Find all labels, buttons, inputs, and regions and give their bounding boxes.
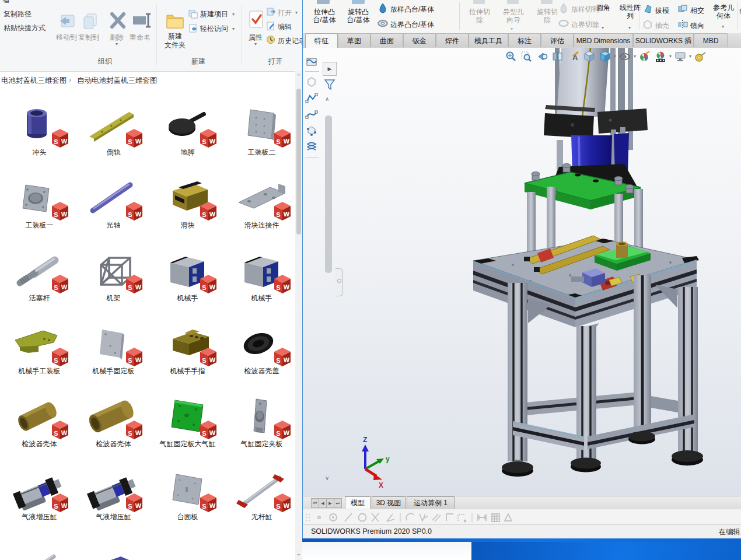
hole-wizard-button[interactable]: 异型孔 向导 bbox=[497, 8, 530, 24]
graphics-viewport[interactable]: Z y X bbox=[303, 48, 741, 496]
new-item-button[interactable]: 新建项目 bbox=[200, 9, 228, 19]
file-item[interactable] bbox=[151, 542, 225, 560]
extrude-cut-button[interactable]: 拉伸切 除 bbox=[464, 8, 495, 24]
move-to-button[interactable]: 移动到 bbox=[56, 33, 77, 43]
file-item[interactable]: 检波器壳盖 bbox=[225, 324, 299, 397]
file-item[interactable]: 气缸固定夹板 bbox=[225, 397, 299, 470]
loft-boss-button[interactable]: 放样凸台/基体 bbox=[390, 5, 434, 15]
file-item[interactable]: 无杆缸 bbox=[225, 470, 299, 542]
panel-splitter-grip[interactable] bbox=[335, 268, 343, 296]
tab-weldments[interactable]: 焊件 bbox=[436, 33, 469, 47]
reference-geometry-caret[interactable]: ▾ bbox=[722, 24, 724, 29]
3d-sketch-icon[interactable] bbox=[304, 123, 319, 138]
next-tab-button[interactable]: ▶ bbox=[326, 498, 334, 508]
file-item[interactable]: 机械手固定板 bbox=[76, 324, 151, 397]
section-view-icon[interactable] bbox=[551, 50, 565, 64]
zoom-to-area-icon[interactable] bbox=[519, 50, 533, 64]
sketch-icon[interactable] bbox=[304, 90, 319, 106]
reference-geometry-button[interactable]: 参考几 何体 bbox=[709, 4, 738, 20]
tab-3d-views[interactable]: 3D 视图 bbox=[372, 496, 406, 509]
edit-appearance-icon[interactable] bbox=[638, 50, 652, 64]
file-item[interactable]: 光轴 bbox=[76, 178, 151, 251]
file-item[interactable]: 气缸固定板大气缸 bbox=[151, 397, 225, 470]
tab-motion-study[interactable]: 运动算例 1 bbox=[407, 496, 455, 509]
scroll-down-arrow[interactable]: ⌄ bbox=[296, 551, 301, 556]
file-item[interactable]: 地脚 bbox=[151, 105, 225, 178]
intersect-button[interactable]: 相交 bbox=[690, 6, 704, 16]
file-item[interactable] bbox=[2, 542, 76, 560]
explorer-scrollbar-thumb[interactable] bbox=[296, 89, 301, 235]
tab-addins[interactable]: SOLIDWORKS 插件 bbox=[633, 33, 694, 47]
hide-annotations-icon[interactable]: A bbox=[567, 50, 581, 64]
new-folder-button-line2[interactable]: 文件夹 bbox=[165, 40, 186, 50]
easy-access-button[interactable]: 轻松访问 bbox=[200, 24, 228, 34]
last-tab-button[interactable]: ⏭ bbox=[334, 498, 342, 508]
new-item-caret[interactable]: ▾ bbox=[232, 12, 235, 17]
first-tab-button[interactable]: ⏮ bbox=[311, 498, 319, 508]
fillet-button[interactable]: 圆角 bbox=[592, 4, 614, 12]
display-style-caret[interactable]: ▾ bbox=[614, 54, 616, 59]
surface-bodies-icon[interactable] bbox=[304, 74, 319, 89]
copy-to-button[interactable]: 复制到 bbox=[78, 33, 99, 43]
rename-button[interactable]: 重命名 bbox=[130, 33, 151, 43]
copy-path-button[interactable]: 复制路径 bbox=[4, 9, 32, 19]
view-settings-caret[interactable]: ▾ bbox=[689, 54, 691, 59]
tree-scroll-down-arrow[interactable]: ∨ bbox=[325, 475, 329, 481]
breadcrumb-current[interactable]: 自动电池封盖机三维套图 bbox=[77, 76, 158, 86]
easy-access-caret[interactable]: ▾ bbox=[232, 27, 235, 32]
previous-view-icon[interactable] bbox=[535, 50, 549, 64]
open-button[interactable]: 打开 bbox=[278, 8, 292, 18]
zoom-to-fit-icon[interactable] bbox=[504, 50, 518, 64]
open-caret[interactable]: ▾ bbox=[295, 10, 298, 15]
view-settings-icon[interactable] bbox=[673, 50, 687, 64]
tab-surfaces[interactable]: 曲面 bbox=[370, 33, 403, 47]
breadcrumb-parent[interactable]: 电池封盖机三维套图 bbox=[1, 76, 67, 86]
file-item[interactable]: 检波器壳体 bbox=[76, 397, 151, 470]
file-item[interactable]: 气液增压缸 bbox=[2, 470, 76, 542]
hide-show-items-icon[interactable] bbox=[618, 50, 632, 64]
file-item[interactable]: 滑块 bbox=[151, 178, 225, 251]
file-item[interactable]: 工装板二 bbox=[225, 105, 299, 178]
tab-annotation[interactable]: 标注 bbox=[508, 33, 541, 47]
mirror-button[interactable]: 镜向 bbox=[690, 21, 704, 31]
extrude-boss-button[interactable]: 拉伸凸 台/基体 bbox=[307, 8, 341, 24]
tab-mold-tools[interactable]: 模具工具 bbox=[469, 33, 508, 47]
shell-button[interactable]: 抽壳 bbox=[655, 21, 669, 31]
file-item[interactable]: 机械手 bbox=[225, 251, 299, 324]
featuremanager-flyout-arrow[interactable]: ▶ bbox=[323, 62, 337, 76]
hide-show-items-caret[interactable]: ▾ bbox=[634, 54, 636, 59]
file-item[interactable]: 机械手工装板 bbox=[2, 324, 76, 397]
linear-pattern-button[interactable]: 线性阵 列 bbox=[617, 4, 644, 20]
tab-mbd-dimensions[interactable]: MBD Dimensions bbox=[574, 33, 633, 47]
tab-sketch[interactable]: 草图 bbox=[338, 33, 370, 47]
tab-model[interactable]: 模型 bbox=[345, 496, 370, 509]
file-item[interactable]: 机架 bbox=[76, 251, 151, 324]
measure-icon[interactable] bbox=[693, 50, 707, 64]
boundary-cut-button[interactable]: 边界切除 bbox=[571, 20, 599, 30]
tree-scrollbar-thumb[interactable] bbox=[325, 116, 332, 273]
filter-icon[interactable] bbox=[324, 78, 335, 91]
prev-tab-button[interactable]: ◀ bbox=[319, 498, 327, 508]
file-item[interactable] bbox=[76, 542, 151, 560]
file-item[interactable]: 活塞杆 bbox=[2, 251, 76, 324]
revolve-boss-button[interactable]: 旋转凸 台/基体 bbox=[341, 8, 375, 24]
boundary-boss-button[interactable]: 边界凸台/基体 bbox=[390, 20, 434, 30]
helix-icon[interactable] bbox=[304, 139, 319, 155]
draft-button[interactable]: 拔模 bbox=[655, 6, 669, 16]
solid-bodies-icon[interactable] bbox=[304, 54, 319, 69]
file-item[interactable]: 检波器壳体 bbox=[2, 397, 76, 470]
file-item[interactable]: 机械手 bbox=[151, 251, 225, 324]
fillet-caret[interactable]: ▾ bbox=[602, 26, 604, 30]
view-orientation-icon[interactable] bbox=[582, 50, 596, 64]
tree-scroll-up-arrow[interactable]: ∧ bbox=[325, 96, 329, 102]
history-button[interactable]: 历史记录 bbox=[278, 36, 302, 46]
edit-button[interactable]: 编辑 bbox=[278, 22, 292, 32]
file-item[interactable]: 滑块连接件 bbox=[225, 178, 299, 251]
scroll-up-arrow[interactable]: ⌃ bbox=[296, 74, 301, 79]
linear-pattern-caret[interactable]: ▾ bbox=[628, 26, 631, 30]
file-item[interactable]: 机械手手指 bbox=[151, 324, 225, 397]
tab-features[interactable]: 特征 bbox=[305, 33, 338, 48]
paste-shortcut-button[interactable]: 粘贴快捷方式 bbox=[4, 23, 46, 33]
tab-sheet-metal[interactable]: 钣金 bbox=[403, 33, 436, 47]
spline-icon[interactable] bbox=[304, 107, 319, 122]
